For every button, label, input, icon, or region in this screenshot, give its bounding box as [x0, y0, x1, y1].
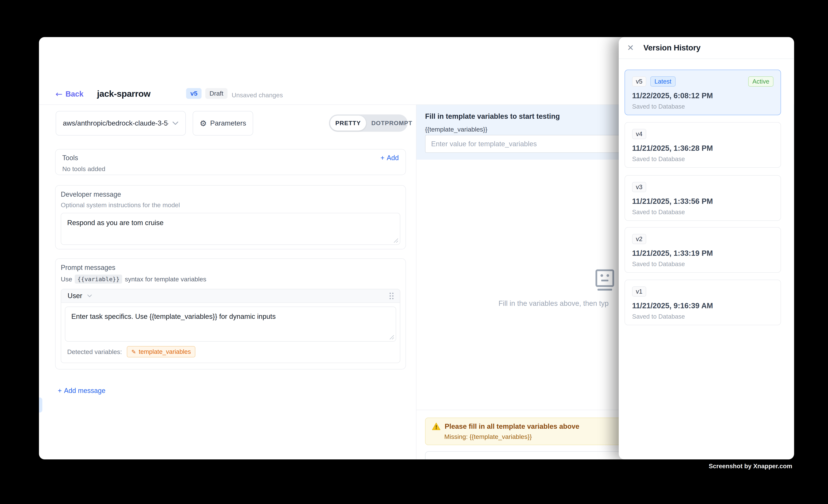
version-tag: v4 — [632, 129, 646, 139]
parameters-label: Parameters — [210, 119, 246, 127]
draft-status-badge: Draft — [205, 88, 227, 99]
syntax-suffix: syntax for template variables — [125, 276, 206, 283]
version-tag: v5 — [632, 76, 646, 87]
back-button[interactable]: ← Back — [55, 89, 84, 99]
plus-icon: + — [58, 387, 62, 395]
version-source: Saved to Database — [632, 209, 774, 216]
watermark-text: Screenshot by Xnapper.com — [709, 463, 792, 470]
version-source: Saved to Database — [632, 260, 774, 267]
syntax-hint: Use {{variable}} syntax for template var… — [61, 275, 400, 284]
plus-icon: + — [380, 154, 384, 162]
version-timestamp: 11/22/2025, 6:08:12 PM — [632, 91, 774, 100]
active-badge: Active — [748, 76, 774, 87]
prompt-messages-section: Prompt messages Use {{variable}} syntax … — [55, 258, 406, 370]
add-tool-button[interactable]: + Add — [380, 154, 399, 162]
warning-title: Please fill in all template variables ab… — [445, 422, 579, 430]
warning-triangle-icon — [432, 422, 441, 430]
version-tag: v3 — [632, 182, 646, 192]
developer-message-input[interactable]: Respond as you are tom cruise — [61, 213, 400, 245]
page-title: jack-sparrow — [97, 88, 151, 99]
resize-handle-icon[interactable] — [393, 238, 398, 243]
version-source: Saved to Database — [632, 156, 774, 163]
developer-message-title: Developer message — [61, 191, 400, 198]
message-input[interactable]: Enter task specifics. Use {{template_var… — [65, 306, 396, 342]
syntax-prefix: Use — [61, 276, 72, 283]
detected-variable-chip[interactable]: ✎ template_variables — [127, 346, 195, 358]
add-message-label: Add message — [64, 387, 106, 395]
add-message-button[interactable]: + Add message — [58, 387, 106, 395]
developer-message-subtitle: Optional system instructions for the mod… — [61, 201, 400, 209]
version-timestamp: 11/21/2025, 1:36:28 PM — [632, 144, 774, 153]
gear-icon: ⚙ — [200, 119, 207, 128]
version-history-header: ✕ Version History — [619, 37, 794, 59]
role-value: User — [68, 292, 82, 300]
toast-edge — [39, 397, 42, 413]
version-tag: v2 — [632, 234, 646, 244]
model-select-value: aws/anthropic/bedrock-claude-3-5-s... — [63, 119, 168, 127]
tools-title: Tools — [62, 154, 78, 162]
screenshot-canvas: ← Back jack-sparrow v5 Draft Unsaved cha… — [0, 0, 828, 504]
header-badges: v5 Draft — [186, 88, 227, 99]
toggle-option-dotprompt[interactable]: DOTPROMPT — [366, 116, 418, 131]
developer-message-value: Respond as you are tom cruise — [67, 219, 164, 226]
detected-variables-label: Detected variables: — [67, 348, 122, 355]
detected-variables-row: Detected variables: ✎ template_variables — [65, 342, 396, 359]
tools-empty-text: No tools added — [62, 165, 399, 173]
version-card-v5[interactable]: v5 Latest Active 11/22/2025, 6:08:12 PM … — [625, 70, 781, 115]
resize-handle-icon[interactable] — [389, 334, 394, 339]
syntax-code-chip: {{variable}} — [75, 275, 122, 284]
editor-pane: aws/anthropic/bedrock-claude-3-5-s... ⚙ … — [39, 105, 416, 459]
detected-variable-name: template_variables — [139, 348, 191, 355]
version-badge: v5 — [186, 88, 202, 99]
model-select[interactable]: aws/anthropic/bedrock-claude-3-5-s... — [56, 111, 186, 135]
toggle-option-pretty[interactable]: PRETTY — [330, 116, 366, 131]
message-body: Enter task specifics. Use {{template_var… — [61, 303, 400, 363]
close-icon[interactable]: ✕ — [627, 44, 634, 52]
version-timestamp: 11/21/2025, 1:33:19 PM — [632, 249, 774, 257]
prompt-messages-title: Prompt messages — [61, 264, 400, 271]
version-timestamp: 11/21/2025, 1:33:56 PM — [632, 197, 774, 206]
version-history-title: Version History — [644, 43, 701, 52]
version-tag: v1 — [632, 287, 646, 297]
role-select[interactable]: User — [68, 292, 92, 300]
version-card-v3[interactable]: v3 11/21/2025, 1:33:56 PM Saved to Datab… — [625, 175, 781, 221]
latest-badge: Latest — [650, 76, 675, 87]
chevron-down-icon — [87, 294, 92, 298]
drag-handle[interactable] — [389, 293, 394, 299]
pencil-icon: ✎ — [131, 348, 136, 355]
message-block: User Enter task specifics. Use {{templat… — [61, 289, 400, 363]
version-history-panel: ✕ Version History v5 Latest Active 11/22… — [619, 37, 794, 459]
version-source: Saved to Database — [632, 103, 774, 110]
robot-icon — [595, 269, 615, 292]
version-card-v4[interactable]: v4 11/21/2025, 1:36:28 PM Saved to Datab… — [625, 122, 781, 168]
format-toggle: PRETTY DOTPROMPT — [329, 115, 408, 132]
version-card-v2[interactable]: v2 11/21/2025, 1:33:19 PM Saved to Datab… — [625, 227, 781, 273]
chevron-down-icon — [172, 121, 178, 125]
version-timestamp: 11/21/2025, 9:16:39 AM — [632, 301, 774, 310]
parameters-button[interactable]: ⚙ Parameters — [193, 111, 253, 135]
empty-state-text: Fill in the variables above, then typ — [498, 299, 609, 307]
version-source: Saved to Database — [632, 313, 774, 320]
tools-section: Tools + Add No tools added — [55, 149, 406, 175]
message-value: Enter task specifics. Use {{template_var… — [71, 312, 276, 320]
developer-message-section: Developer message Optional system instru… — [55, 185, 406, 249]
back-arrow-icon: ← — [55, 89, 63, 99]
message-header: User — [61, 289, 400, 303]
add-tool-label: Add — [387, 154, 399, 162]
version-card-v1[interactable]: v1 11/21/2025, 9:16:39 AM Saved to Datab… — [625, 280, 781, 325]
unsaved-changes-text: Unsaved changes — [232, 91, 283, 99]
back-label: Back — [66, 90, 84, 98]
